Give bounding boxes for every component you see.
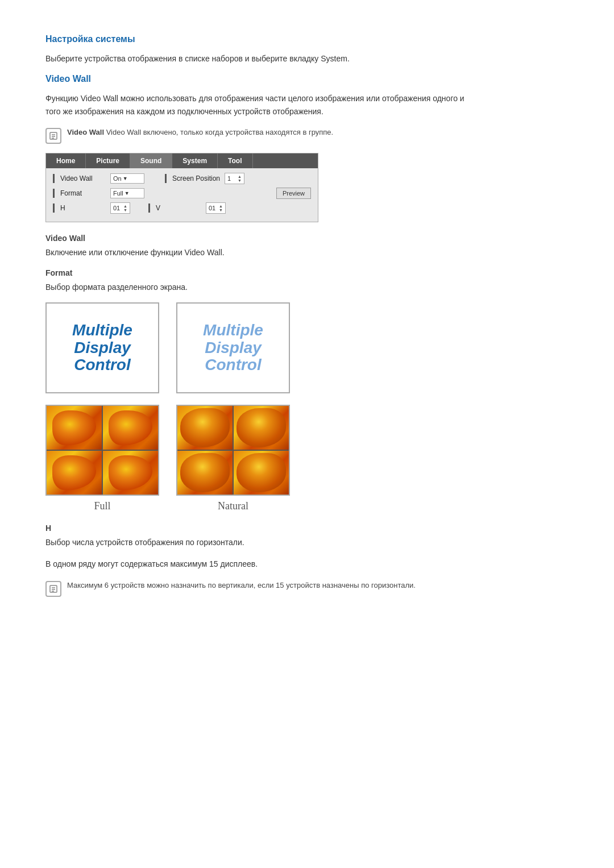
image-block-flower-natural: Natural <box>176 405 290 512</box>
format-select-arrow: ▼ <box>125 190 130 196</box>
flower-cell-4 <box>103 451 158 495</box>
mdc-logo-natural: Multiple Display Control <box>176 302 290 393</box>
v-value: 01 <box>209 205 215 211</box>
subsection-video-wall: Video Wall Включение или отключение функ… <box>45 234 466 259</box>
sub-title-format: Format <box>45 268 466 277</box>
flower-cell-1 <box>47 406 102 450</box>
section-videowall-description: Функцию Video Wall можно использовать дл… <box>45 92 466 118</box>
format-select[interactable]: Full ▼ <box>110 188 144 198</box>
format-bar <box>53 189 55 198</box>
sub-title-h: H <box>45 524 466 533</box>
mdc-text-full: Multiple Display Control <box>72 322 132 374</box>
tab-tool[interactable]: Tool <box>218 153 252 168</box>
sub-desc-videowall: Включение или отключение функции Video W… <box>45 246 466 259</box>
screen-pos-spinner[interactable]: ▲ ▼ <box>238 175 242 182</box>
v-label: V <box>156 204 201 212</box>
row-bar <box>53 174 55 183</box>
note-icon <box>45 128 61 144</box>
flower-cell-n4 <box>234 451 289 495</box>
row-bar2 <box>165 174 167 183</box>
subsection-format: Format Выбор формата разделенного экрана… <box>45 268 466 293</box>
screen-position-value[interactable]: 1 ▲ ▼ <box>225 173 244 184</box>
tab-picture[interactable]: Picture <box>86 153 130 168</box>
videowall-label: Video Wall <box>60 175 106 182</box>
panel-row-videowall: Video Wall On ▼ Screen Position 1 ▲ ▼ <box>53 173 311 184</box>
note-box-videowall: Video Wall Video Wall включено, только к… <box>45 127 466 144</box>
note-text-h: Максимум 6 устройств можно назначить по … <box>67 580 416 591</box>
note-box-h: Максимум 6 устройств можно назначить по … <box>45 580 466 597</box>
flower-cell-n1 <box>177 406 233 450</box>
natural-label: Natural <box>218 500 248 512</box>
section-system-settings: Настройка системы Выберите устройства от… <box>45 34 466 65</box>
h-input[interactable]: 01 ▲ ▼ <box>110 202 130 214</box>
format-label: Format <box>60 189 106 197</box>
flower-cell-n2 <box>234 406 289 450</box>
flower-cell-n3 <box>177 451 233 495</box>
h-value: 01 <box>113 205 120 211</box>
videowall-select-arrow: ▼ <box>123 176 128 181</box>
hv-bar <box>53 203 55 213</box>
flower-image-full <box>45 405 159 496</box>
preview-button[interactable]: Preview <box>276 188 311 199</box>
panel-row-format: Format Full ▼ Preview <box>53 188 311 199</box>
panel-tabs: Home Picture Sound System Tool <box>46 153 318 168</box>
v-bar <box>148 203 150 213</box>
note-icon-h <box>45 581 61 597</box>
tab-sound[interactable]: Sound <box>130 153 172 168</box>
section-title-system: Настройка системы <box>45 34 466 44</box>
panel-body: Video Wall On ▼ Screen Position 1 ▲ ▼ <box>46 168 318 222</box>
section-title-videowall: Video Wall <box>45 74 466 84</box>
flower-grid-natural <box>177 406 289 495</box>
flower-cell-3 <box>47 451 102 495</box>
panel-row-hv: H 01 ▲ ▼ V 01 ▲ <box>53 202 311 214</box>
videowall-select[interactable]: On ▼ <box>110 173 144 184</box>
sub-desc-h2: В одном ряду могут содержаться максимум … <box>45 558 466 570</box>
sub-desc-format: Выбор формата разделенного экрана. <box>45 281 466 293</box>
screen-position-label: Screen Position <box>172 175 220 182</box>
flower-grid-full <box>47 406 158 495</box>
image-block-full-mdc: Multiple Display Control <box>45 302 159 393</box>
image-block-flower-full: Full <box>45 405 159 512</box>
flower-image-natural <box>176 405 290 496</box>
note-text-videowall: Video Wall Video Wall включено, только к… <box>67 127 333 138</box>
sub-title-videowall: Video Wall <box>45 234 466 243</box>
mdc-logo-full: Multiple Display Control <box>45 302 159 393</box>
full-label: Full <box>94 500 110 512</box>
tab-home[interactable]: Home <box>46 153 86 168</box>
flower-images-grid: Full Natural <box>45 405 466 512</box>
format-select-value: Full <box>113 190 123 197</box>
images-grid: Multiple Display Control Multiple Displa… <box>45 302 466 393</box>
v-input[interactable]: 01 ▲ ▼ <box>206 202 226 214</box>
image-block-natural-mdc: Multiple Display Control <box>176 302 290 393</box>
section-system-intro: Выберите устройства отображения в списке… <box>45 52 466 65</box>
ui-panel: Home Picture Sound System Tool Video Wal… <box>45 153 318 222</box>
screen-pos-num: 1 <box>227 175 231 182</box>
flower-cell-2 <box>103 406 158 450</box>
subsection-h: H Выбор числа устройств отображения по г… <box>45 524 466 597</box>
tab-system[interactable]: System <box>172 153 218 168</box>
sub-desc-h1: Выбор числа устройств отображения по гор… <box>45 536 466 549</box>
section-video-wall: Video Wall Функцию Video Wall можно испо… <box>45 74 466 222</box>
h-label: H <box>60 204 106 212</box>
mdc-text-natural: Multiple Display Control <box>203 322 263 374</box>
v-spinner[interactable]: ▲ ▼ <box>219 204 223 212</box>
videowall-select-value: On <box>113 175 122 182</box>
h-spinner[interactable]: ▲ ▼ <box>123 204 127 212</box>
